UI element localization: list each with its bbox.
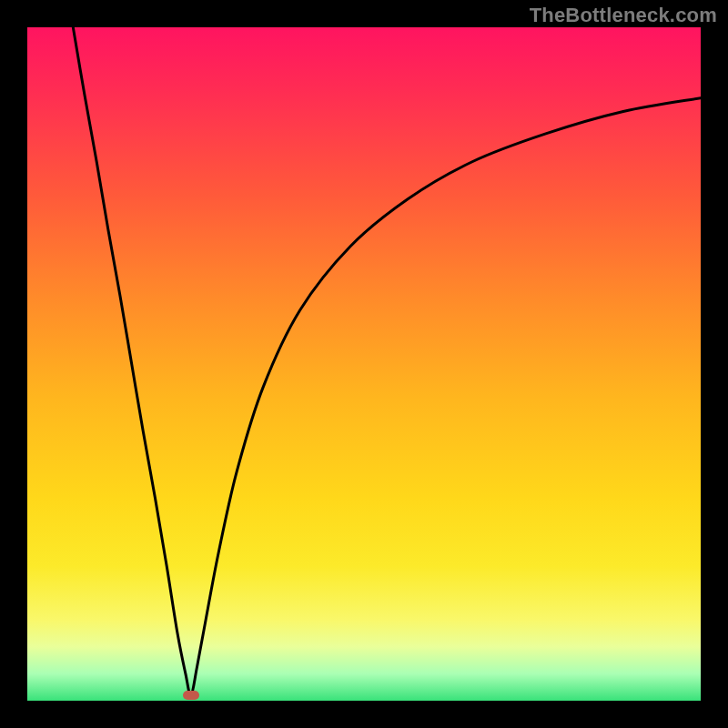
plot-area bbox=[27, 27, 701, 701]
chart-frame: TheBottleneck.com bbox=[0, 0, 728, 728]
watermark-text: TheBottleneck.com bbox=[530, 4, 717, 27]
minimum-marker bbox=[183, 691, 199, 700]
heat-gradient bbox=[27, 27, 701, 701]
